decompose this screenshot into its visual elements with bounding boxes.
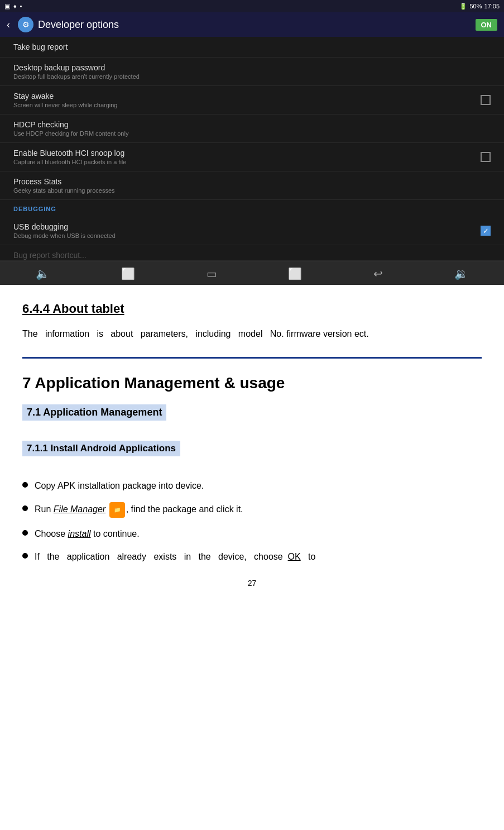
bullet-4-dot xyxy=(22,553,28,559)
page-number: 27 xyxy=(22,573,482,599)
install-steps-list: Copy APK installation package into devic… xyxy=(22,479,482,564)
item-title: Stay awake xyxy=(13,92,117,101)
bottom-nav: 🔈 ⬜ ▭ ⬜ ↩ 🔉 xyxy=(0,261,504,285)
screenshot-area: ▣ ♦ ▪ 🔋 50% 17:05 ‹ ⚙ Developer options … xyxy=(0,0,504,285)
battery-percent: 50% xyxy=(469,3,482,9)
sim-icon: ▣ xyxy=(4,3,10,10)
item-title: Desktop backup password xyxy=(13,63,140,72)
gear-icon: ⚙ xyxy=(18,17,33,32)
signal-icon: ▪ xyxy=(20,3,22,9)
bullet-2-dot xyxy=(22,505,28,511)
list-item-2: Run File Manager 📁, find the package and… xyxy=(22,502,482,518)
volume-down-icon[interactable]: 🔈 xyxy=(36,267,50,280)
section-header-text: DEBUGGING xyxy=(13,206,56,212)
item-sub: Use HDCP checking for DRM content only xyxy=(13,130,128,137)
settings-item-hdcp[interactable]: HDCP checking Use HDCP checking for DRM … xyxy=(0,115,504,143)
settings-item-desktop-backup[interactable]: Desktop backup password Desktop full bac… xyxy=(0,58,504,86)
bullet-2-text: Run File Manager 📁, find the package and… xyxy=(35,502,243,518)
bullet-1-text: Copy APK installation package into devic… xyxy=(35,479,204,493)
list-item-3: Choose install to continue. xyxy=(22,527,482,541)
volume-up-icon[interactable]: 🔉 xyxy=(454,267,468,280)
dev-options-bar-left: ‹ ⚙ Developer options xyxy=(7,17,119,32)
section-divider xyxy=(22,357,482,359)
section-711-heading: 7.1.1 Install Android Applications xyxy=(22,441,180,456)
list-item-1: Copy APK installation package into devic… xyxy=(22,479,482,493)
item-sub: Desktop full backups aren't currently pr… xyxy=(13,73,140,80)
status-bar-left: ▣ ♦ ▪ xyxy=(4,3,22,10)
status-bar: ▣ ♦ ▪ 🔋 50% 17:05 xyxy=(0,0,504,12)
settings-item-take-bug-report[interactable]: Take bug report xyxy=(0,37,504,58)
bullet-1-dot xyxy=(22,482,28,488)
item-title: Bug report shortcut... xyxy=(13,251,87,260)
dev-options-title: Developer options xyxy=(38,19,119,31)
item-title: Enable Bluetooth HCI snoop log xyxy=(13,149,126,158)
battery-icon: 🔋 xyxy=(459,3,467,10)
stay-awake-checkbox[interactable] xyxy=(481,95,491,105)
back-nav-icon[interactable]: ↩ xyxy=(373,267,383,280)
item-title: Process Stats xyxy=(13,177,115,186)
doc-area: 6.4.4 About tablet The information is ab… xyxy=(0,285,504,610)
status-bar-right: 🔋 50% 17:05 xyxy=(459,3,500,10)
bullet-3-text: Choose install to continue. xyxy=(35,527,140,541)
bullet-3-dot xyxy=(22,530,28,536)
developer-options-bar: ‹ ⚙ Developer options ON xyxy=(0,12,504,37)
bluetooth-hci-checkbox[interactable] xyxy=(481,152,491,162)
bullet-4-text: If the application already exists in the… xyxy=(35,550,315,564)
settings-item-usb-debugging[interactable]: USB debugging Debug mode when USB is con… xyxy=(0,217,504,245)
install-link[interactable]: install xyxy=(68,529,91,538)
usb-debugging-checkbox[interactable]: ✓ xyxy=(481,226,491,236)
item-sub: Debug mode when USB is connected xyxy=(13,232,116,239)
nav-icon-2[interactable]: ⬜ xyxy=(121,267,135,280)
nav-icon-3[interactable]: ▭ xyxy=(207,267,217,280)
on-badge[interactable]: ON xyxy=(476,19,498,31)
settings-list: Take bug report Desktop backup password … xyxy=(0,37,504,261)
back-icon[interactable]: ‹ xyxy=(7,19,10,31)
section-644-para: The information is about parameters, inc… xyxy=(22,326,482,341)
settings-item-process-stats[interactable]: Process Stats Geeky stats about running … xyxy=(0,171,504,200)
item-sub: Capture all bluetooth HCI packets in a f… xyxy=(13,159,126,165)
nav-icon-4[interactable]: ⬜ xyxy=(288,267,302,280)
settings-item-stay-awake[interactable]: Stay awake Screen will never sleep while… xyxy=(0,86,504,115)
item-sub: Geeky stats about running processes xyxy=(13,187,115,194)
chapter-7-heading: 7 Application Management & usage xyxy=(22,374,482,392)
settings-item-bluetooth-hci[interactable]: Enable Bluetooth HCI snoop log Capture a… xyxy=(0,143,504,171)
section-71-heading: 7.1 Application Management xyxy=(22,404,166,421)
item-title: USB debugging xyxy=(13,222,116,231)
time-display: 17:05 xyxy=(484,3,500,9)
item-title: Take bug report xyxy=(13,42,68,51)
item-title: HDCP checking xyxy=(13,120,128,129)
file-manager-link[interactable]: File Manager xyxy=(54,504,105,514)
item-sub: Screen will never sleep while charging xyxy=(13,102,117,108)
list-item-4: If the application already exists in the… xyxy=(22,550,482,564)
file-manager-icon: 📁 xyxy=(109,502,125,518)
section-644-heading: 6.4.4 About tablet xyxy=(22,302,482,316)
ok-link[interactable]: OK xyxy=(288,552,301,561)
settings-item-partial[interactable]: Bug report shortcut... xyxy=(0,245,504,261)
debugging-section-header: DEBUGGING xyxy=(0,200,504,217)
wifi-icon: ♦ xyxy=(13,3,17,9)
